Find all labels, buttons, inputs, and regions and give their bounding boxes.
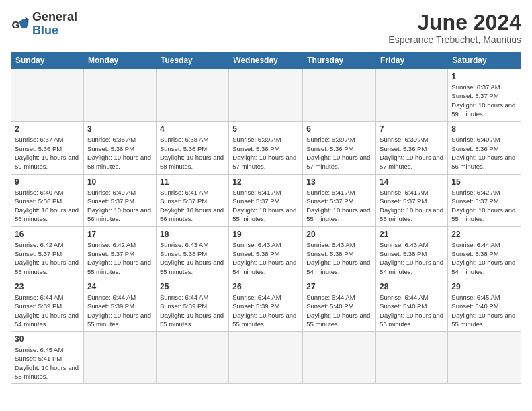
calendar-cell: 22Sunrise: 6:44 AMSunset: 5:38 PMDayligh…: [448, 226, 521, 279]
calendar-cell: [376, 69, 448, 122]
calendar-cell: 28Sunrise: 6:44 AMSunset: 5:40 PMDayligh…: [376, 279, 448, 331]
day-info: Sunrise: 6:39 AMSunset: 5:36 PMDaylight:…: [306, 135, 372, 171]
day-number: 17: [87, 230, 152, 239]
day-number: 21: [380, 230, 444, 239]
calendar-cell: [156, 332, 228, 384]
day-number: 7: [380, 124, 444, 134]
calendar-cell: 25Sunrise: 6:44 AMSunset: 5:39 PMDayligh…: [156, 279, 228, 331]
calendar-cell: 20Sunrise: 6:43 AMSunset: 5:38 PMDayligh…: [303, 226, 376, 279]
calendar-cell: 1Sunrise: 6:37 AMSunset: 5:37 PMDaylight…: [448, 69, 521, 122]
calendar-cell: [303, 69, 376, 122]
day-info: Sunrise: 6:44 AMSunset: 5:39 PMDaylight:…: [15, 293, 80, 328]
col-header-saturday: Saturday: [448, 52, 521, 69]
svg-text:G: G: [11, 18, 19, 30]
day-number: 11: [160, 177, 225, 187]
day-info: Sunrise: 6:45 AMSunset: 5:40 PMDaylight:…: [451, 293, 517, 328]
day-info: Sunrise: 6:43 AMSunset: 5:38 PMDaylight:…: [160, 240, 225, 276]
calendar-cell: 4Sunrise: 6:38 AMSunset: 5:36 PMDaylight…: [156, 122, 228, 174]
day-number: 20: [306, 230, 372, 239]
col-header-wednesday: Wednesday: [229, 52, 303, 69]
day-info: Sunrise: 6:39 AMSunset: 5:36 PMDaylight:…: [232, 135, 299, 171]
week-row-4: 23Sunrise: 6:44 AMSunset: 5:39 PMDayligh…: [11, 279, 521, 331]
day-info: Sunrise: 6:40 AMSunset: 5:36 PMDaylight:…: [451, 135, 517, 171]
day-number: 14: [380, 177, 444, 187]
logo-text: General Blue: [32, 11, 77, 38]
calendar-cell: [229, 332, 303, 384]
day-number: 3: [87, 124, 152, 134]
calendar-cell: 7Sunrise: 6:39 AMSunset: 5:36 PMDaylight…: [376, 122, 448, 174]
day-number: 4: [160, 124, 225, 134]
calendar-cell: [11, 69, 84, 122]
day-number: 23: [15, 282, 80, 291]
day-info: Sunrise: 6:43 AMSunset: 5:38 PMDaylight:…: [380, 240, 444, 276]
day-number: 24: [87, 282, 152, 291]
calendar-cell: 8Sunrise: 6:40 AMSunset: 5:36 PMDaylight…: [448, 122, 521, 174]
col-header-thursday: Thursday: [303, 52, 376, 69]
day-number: 16: [15, 230, 80, 239]
calendar-cell: 19Sunrise: 6:43 AMSunset: 5:38 PMDayligh…: [229, 226, 303, 279]
day-number: 1: [451, 72, 517, 81]
page-header: G General Blue June 2024 Esperance Trebu…: [11, 11, 521, 45]
day-number: 6: [306, 124, 372, 134]
day-info: Sunrise: 6:44 AMSunset: 5:38 PMDaylight:…: [451, 240, 517, 276]
col-header-monday: Monday: [83, 52, 156, 69]
calendar-table: SundayMondayTuesdayWednesdayThursdayFrid…: [11, 52, 521, 384]
day-number: 2: [15, 124, 80, 134]
day-info: Sunrise: 6:40 AMSunset: 5:36 PMDaylight:…: [15, 188, 80, 224]
week-row-2: 9Sunrise: 6:40 AMSunset: 5:36 PMDaylight…: [11, 174, 521, 226]
day-info: Sunrise: 6:44 AMSunset: 5:39 PMDaylight:…: [160, 293, 225, 328]
day-info: Sunrise: 6:41 AMSunset: 5:37 PMDaylight:…: [232, 188, 299, 224]
day-info: Sunrise: 6:42 AMSunset: 5:37 PMDaylight:…: [87, 240, 152, 276]
calendar-cell: 23Sunrise: 6:44 AMSunset: 5:39 PMDayligh…: [11, 279, 84, 331]
day-number: 13: [306, 177, 372, 187]
day-number: 9: [15, 177, 80, 187]
month-title: June 2024: [388, 11, 521, 34]
calendar-cell: 21Sunrise: 6:43 AMSunset: 5:38 PMDayligh…: [376, 226, 448, 279]
day-info: Sunrise: 6:44 AMSunset: 5:40 PMDaylight:…: [306, 293, 372, 328]
day-info: Sunrise: 6:39 AMSunset: 5:36 PMDaylight:…: [380, 135, 444, 171]
calendar-cell: 12Sunrise: 6:41 AMSunset: 5:37 PMDayligh…: [229, 174, 303, 226]
day-number: 22: [451, 230, 517, 239]
calendar-cell: 30Sunrise: 6:45 AMSunset: 5:41 PMDayligh…: [11, 332, 84, 384]
day-info: Sunrise: 6:38 AMSunset: 5:36 PMDaylight:…: [87, 135, 152, 171]
calendar-cell: 18Sunrise: 6:43 AMSunset: 5:38 PMDayligh…: [156, 226, 228, 279]
calendar-cell: 17Sunrise: 6:42 AMSunset: 5:37 PMDayligh…: [83, 226, 156, 279]
col-header-tuesday: Tuesday: [156, 52, 228, 69]
calendar-cell: 10Sunrise: 6:40 AMSunset: 5:37 PMDayligh…: [83, 174, 156, 226]
day-number: 12: [232, 177, 299, 187]
calendar-cell: 2Sunrise: 6:37 AMSunset: 5:36 PMDaylight…: [11, 122, 84, 174]
calendar-cell: 24Sunrise: 6:44 AMSunset: 5:39 PMDayligh…: [83, 279, 156, 331]
day-info: Sunrise: 6:37 AMSunset: 5:37 PMDaylight:…: [451, 83, 517, 118]
day-info: Sunrise: 6:44 AMSunset: 5:39 PMDaylight:…: [232, 293, 299, 328]
logo-icon: G: [11, 15, 30, 34]
day-info: Sunrise: 6:41 AMSunset: 5:37 PMDaylight:…: [160, 188, 225, 224]
calendar-cell: 11Sunrise: 6:41 AMSunset: 5:37 PMDayligh…: [156, 174, 228, 226]
day-info: Sunrise: 6:43 AMSunset: 5:38 PMDaylight:…: [232, 240, 299, 276]
day-number: 15: [451, 177, 517, 187]
day-number: 30: [15, 334, 80, 344]
day-info: Sunrise: 6:37 AMSunset: 5:36 PMDaylight:…: [15, 135, 80, 171]
calendar-cell: 5Sunrise: 6:39 AMSunset: 5:36 PMDaylight…: [229, 122, 303, 174]
calendar-cell: 26Sunrise: 6:44 AMSunset: 5:39 PMDayligh…: [229, 279, 303, 331]
title-block: June 2024 Esperance Trebuchet, Mauritius: [388, 11, 521, 45]
day-number: 8: [451, 124, 517, 134]
day-info: Sunrise: 6:41 AMSunset: 5:37 PMDaylight:…: [306, 188, 372, 224]
calendar-cell: [448, 332, 521, 384]
day-info: Sunrise: 6:38 AMSunset: 5:36 PMDaylight:…: [160, 135, 225, 171]
calendar-cell: 9Sunrise: 6:40 AMSunset: 5:36 PMDaylight…: [11, 174, 84, 226]
day-number: 27: [306, 282, 372, 291]
day-number: 10: [87, 177, 152, 187]
day-info: Sunrise: 6:40 AMSunset: 5:37 PMDaylight:…: [87, 188, 152, 224]
location-subtitle: Esperance Trebuchet, Mauritius: [388, 34, 521, 45]
day-number: 19: [232, 230, 299, 239]
header-row: SundayMondayTuesdayWednesdayThursdayFrid…: [11, 52, 521, 69]
calendar-cell: [83, 69, 156, 122]
calendar-cell: 6Sunrise: 6:39 AMSunset: 5:36 PMDaylight…: [303, 122, 376, 174]
week-row-1: 2Sunrise: 6:37 AMSunset: 5:36 PMDaylight…: [11, 122, 521, 174]
day-number: 5: [232, 124, 299, 134]
day-number: 28: [380, 282, 444, 291]
day-info: Sunrise: 6:41 AMSunset: 5:37 PMDaylight:…: [380, 188, 444, 224]
day-number: 26: [232, 282, 299, 291]
logo: G General Blue: [11, 11, 77, 38]
calendar-cell: 13Sunrise: 6:41 AMSunset: 5:37 PMDayligh…: [303, 174, 376, 226]
